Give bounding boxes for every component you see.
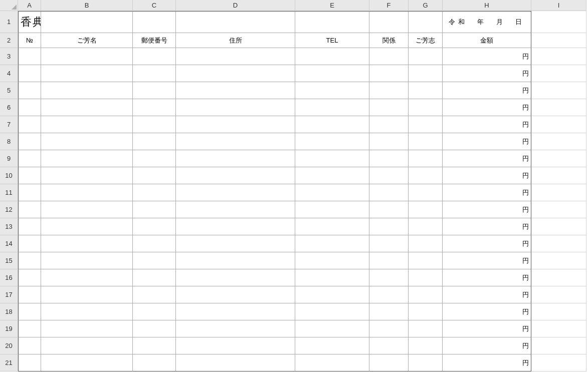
cell[interactable] bbox=[18, 201, 41, 218]
amount-cell[interactable]: 円 bbox=[443, 235, 531, 252]
row-header[interactable]: 9 bbox=[0, 150, 18, 167]
cell[interactable] bbox=[531, 269, 586, 286]
cell[interactable] bbox=[176, 11, 295, 33]
cell[interactable] bbox=[369, 201, 409, 218]
cell[interactable] bbox=[409, 252, 443, 269]
cell[interactable] bbox=[295, 116, 369, 133]
row-header[interactable]: 15 bbox=[0, 252, 18, 269]
cell[interactable] bbox=[176, 218, 295, 235]
cell[interactable] bbox=[41, 184, 133, 201]
header-address[interactable]: 住所 bbox=[176, 33, 295, 48]
cell[interactable] bbox=[531, 99, 586, 116]
cell[interactable] bbox=[41, 133, 133, 150]
row-header[interactable]: 1 bbox=[0, 11, 18, 33]
cell[interactable] bbox=[409, 65, 443, 82]
amount-cell[interactable]: 円 bbox=[443, 218, 531, 235]
cell[interactable] bbox=[531, 252, 586, 269]
cell[interactable] bbox=[176, 201, 295, 218]
cell[interactable] bbox=[41, 235, 133, 252]
cell[interactable] bbox=[18, 320, 41, 337]
cell[interactable] bbox=[295, 286, 369, 303]
cell[interactable] bbox=[18, 133, 41, 150]
cell[interactable] bbox=[18, 286, 41, 303]
cell[interactable] bbox=[531, 150, 586, 167]
row-header[interactable]: 11 bbox=[0, 184, 18, 201]
cell[interactable] bbox=[18, 252, 41, 269]
cell[interactable] bbox=[18, 65, 41, 82]
cell[interactable] bbox=[133, 218, 176, 235]
header-relation[interactable]: 関係 bbox=[369, 33, 409, 48]
cell[interactable] bbox=[369, 99, 409, 116]
cell[interactable] bbox=[295, 354, 369, 371]
cell[interactable] bbox=[41, 99, 133, 116]
cell[interactable] bbox=[41, 337, 133, 354]
cell[interactable] bbox=[369, 184, 409, 201]
cell[interactable] bbox=[41, 48, 133, 65]
cell[interactable] bbox=[41, 303, 133, 320]
cell[interactable] bbox=[41, 167, 133, 184]
cell[interactable] bbox=[176, 286, 295, 303]
cell[interactable] bbox=[369, 82, 409, 99]
row-header[interactable]: 8 bbox=[0, 133, 18, 150]
cell[interactable] bbox=[133, 303, 176, 320]
cell[interactable] bbox=[531, 48, 586, 65]
cell[interactable] bbox=[18, 48, 41, 65]
cell[interactable] bbox=[531, 11, 586, 33]
cell[interactable] bbox=[133, 286, 176, 303]
cell[interactable] bbox=[295, 99, 369, 116]
cell[interactable] bbox=[295, 303, 369, 320]
cell[interactable] bbox=[369, 11, 409, 33]
row-header[interactable]: 21 bbox=[0, 354, 18, 371]
cell[interactable] bbox=[18, 235, 41, 252]
cell[interactable] bbox=[369, 252, 409, 269]
cell[interactable] bbox=[176, 337, 295, 354]
cell[interactable] bbox=[531, 303, 586, 320]
cell[interactable] bbox=[41, 116, 133, 133]
header-tel[interactable]: TEL bbox=[295, 33, 369, 48]
cell[interactable] bbox=[176, 150, 295, 167]
amount-cell[interactable]: 円 bbox=[443, 150, 531, 167]
cell[interactable] bbox=[133, 235, 176, 252]
row-header[interactable]: 19 bbox=[0, 320, 18, 337]
cell[interactable] bbox=[531, 116, 586, 133]
cell[interactable] bbox=[176, 269, 295, 286]
amount-cell[interactable]: 円 bbox=[443, 354, 531, 371]
row-header[interactable]: 6 bbox=[0, 99, 18, 116]
cell[interactable] bbox=[18, 150, 41, 167]
cell[interactable] bbox=[531, 65, 586, 82]
select-all-corner[interactable] bbox=[0, 0, 18, 11]
amount-cell[interactable]: 円 bbox=[443, 337, 531, 354]
cell[interactable] bbox=[295, 320, 369, 337]
cell[interactable] bbox=[531, 82, 586, 99]
cell[interactable] bbox=[18, 354, 41, 371]
cell[interactable] bbox=[369, 133, 409, 150]
cell[interactable] bbox=[409, 218, 443, 235]
cell[interactable] bbox=[369, 286, 409, 303]
column-header[interactable]: C bbox=[133, 0, 176, 11]
row-header[interactable]: 12 bbox=[0, 201, 18, 218]
cell[interactable] bbox=[369, 48, 409, 65]
cell[interactable] bbox=[295, 269, 369, 286]
amount-cell[interactable]: 円 bbox=[443, 269, 531, 286]
row-header[interactable]: 16 bbox=[0, 269, 18, 286]
column-header[interactable]: B bbox=[41, 0, 133, 11]
cell[interactable] bbox=[133, 150, 176, 167]
column-header[interactable]: E bbox=[295, 0, 369, 11]
cell[interactable] bbox=[369, 354, 409, 371]
cell[interactable] bbox=[369, 320, 409, 337]
column-header[interactable]: H bbox=[443, 0, 531, 11]
cell[interactable] bbox=[176, 167, 295, 184]
cell[interactable] bbox=[41, 286, 133, 303]
cell[interactable] bbox=[176, 303, 295, 320]
cell[interactable] bbox=[409, 354, 443, 371]
row-header[interactable]: 3 bbox=[0, 48, 18, 65]
cell[interactable] bbox=[41, 65, 133, 82]
cell[interactable] bbox=[531, 218, 586, 235]
cell[interactable] bbox=[531, 167, 586, 184]
cell[interactable] bbox=[409, 11, 443, 33]
column-header[interactable]: F bbox=[369, 0, 409, 11]
cell[interactable] bbox=[409, 48, 443, 65]
cell[interactable] bbox=[295, 252, 369, 269]
cell[interactable] bbox=[409, 235, 443, 252]
cell[interactable] bbox=[18, 184, 41, 201]
